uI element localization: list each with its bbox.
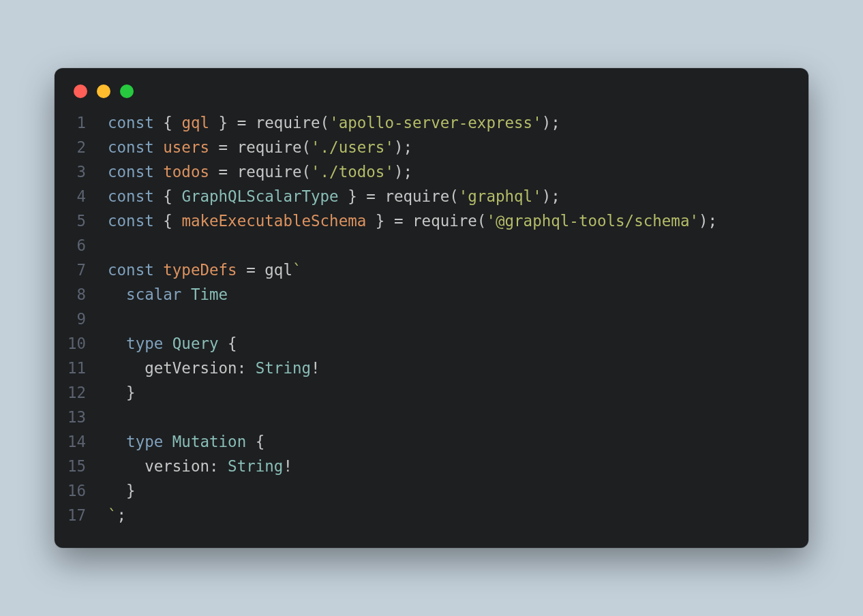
code-content[interactable]: const typeDefs = gql`	[98, 258, 301, 282]
token-punc: );	[394, 163, 412, 181]
token-prop: todos	[163, 163, 209, 181]
code-content[interactable]: `;	[98, 503, 126, 527]
code-content[interactable]: const { GraphQLScalarType } = require('g…	[98, 184, 560, 209]
code-line: 4const { GraphQLScalarType } = require('…	[55, 184, 808, 209]
line-number: 13	[55, 405, 98, 429]
line-number: 11	[55, 356, 98, 380]
token-op: =	[366, 187, 376, 205]
code-content[interactable]: version: String!	[98, 454, 292, 478]
line-number: 6	[55, 233, 98, 258]
token-punc: {	[219, 335, 237, 352]
token-punc: );	[394, 138, 412, 156]
token-type: Mutation	[172, 433, 246, 450]
code-line: 2const users = require('./users');	[55, 135, 808, 159]
token-punc	[108, 335, 126, 352]
token-type: Time	[191, 286, 228, 303]
code-content[interactable]: const todos = require('./todos');	[98, 159, 412, 184]
token-punc: }	[339, 187, 367, 205]
token-kw: type	[126, 335, 172, 352]
code-line: 11 getVersion: String!	[55, 356, 808, 380]
line-number: 3	[55, 159, 98, 184]
token-field: version	[108, 457, 209, 475]
line-number: 5	[55, 209, 98, 233]
token-prop: gql	[181, 114, 209, 132]
token-punc: :	[237, 359, 256, 377]
token-punc: ;	[117, 506, 127, 524]
token-str: `	[108, 506, 117, 524]
code-content[interactable]: const { makeExecutableSchema } = require…	[98, 209, 717, 233]
token-punc	[209, 138, 219, 156]
token-func: gql	[256, 261, 292, 279]
code-content[interactable]	[98, 307, 117, 331]
token-op: =	[219, 163, 228, 181]
token-punc: }	[108, 482, 136, 499]
token-op: =	[394, 212, 404, 230]
token-type: String	[228, 457, 283, 475]
token-punc: {	[163, 212, 181, 230]
code-content[interactable]: const { gql } = require('apollo-server-e…	[98, 110, 560, 135]
token-kw: type	[126, 433, 172, 450]
token-op: =	[246, 261, 256, 279]
code-content[interactable]: }	[98, 380, 136, 405]
line-number: 10	[55, 331, 98, 356]
token-kw: const	[108, 187, 163, 205]
code-content[interactable]: type Query {	[98, 331, 237, 356]
token-punc: );	[699, 212, 717, 230]
minimize-icon[interactable]	[97, 84, 110, 98]
token-type: GraphQLScalarType	[181, 187, 338, 205]
token-punc: :	[209, 457, 228, 475]
line-number: 7	[55, 258, 98, 282]
code-line: 14 type Mutation {	[55, 429, 808, 454]
code-window: 1const { gql } = require('apollo-server-…	[55, 68, 808, 548]
code-content[interactable]: getVersion: String!	[98, 356, 320, 380]
token-op: =	[237, 114, 247, 132]
token-punc: }	[108, 384, 136, 401]
line-number: 8	[55, 282, 98, 307]
token-punc: );	[542, 114, 560, 132]
token-str: 'graphql'	[459, 187, 542, 205]
code-content[interactable]: type Mutation {	[98, 429, 264, 454]
token-kw: const	[108, 212, 163, 230]
code-content[interactable]: scalar Time	[98, 282, 228, 307]
code-content[interactable]: }	[98, 478, 136, 503]
window-titlebar	[55, 68, 808, 105]
line-number: 2	[55, 135, 98, 159]
token-punc: }	[209, 114, 237, 132]
line-number: 17	[55, 503, 98, 527]
line-number: 1	[55, 110, 98, 135]
line-number: 16	[55, 478, 98, 503]
token-str: './todos'	[311, 163, 394, 181]
token-str: `	[292, 261, 302, 279]
maximize-icon[interactable]	[120, 84, 134, 98]
code-line: 10 type Query {	[55, 331, 808, 356]
code-line: 15 version: String!	[55, 454, 808, 478]
code-line: 17`;	[55, 503, 808, 527]
token-op: =	[219, 138, 228, 156]
token-kw: const	[108, 261, 163, 279]
line-number: 15	[55, 454, 98, 478]
code-line: 1const { gql } = require('apollo-server-…	[55, 110, 808, 135]
code-content[interactable]	[98, 233, 117, 258]
token-str: '@graphql-tools/schema'	[486, 212, 699, 230]
code-content[interactable]	[98, 405, 117, 429]
token-func: require(	[404, 212, 487, 230]
code-content[interactable]: const users = require('./users');	[98, 135, 412, 159]
token-kw: const	[108, 114, 163, 132]
code-editor[interactable]: 1const { gql } = require('apollo-server-…	[55, 105, 808, 548]
token-punc: !	[283, 457, 292, 475]
token-field: getVersion	[108, 359, 237, 377]
token-punc: {	[163, 187, 181, 205]
code-line: 8 scalar Time	[55, 282, 808, 307]
token-func: require(	[228, 138, 311, 156]
token-func: require(	[228, 163, 311, 181]
line-number: 9	[55, 307, 98, 331]
line-number: 4	[55, 184, 98, 209]
code-line: 12 }	[55, 380, 808, 405]
code-line: 13	[55, 405, 808, 429]
token-punc: !	[311, 359, 320, 377]
token-prop: makeExecutableSchema	[181, 212, 366, 230]
token-str: 'apollo-server-express'	[329, 114, 542, 132]
token-prop: typeDefs	[163, 261, 237, 279]
token-punc	[108, 286, 126, 303]
close-icon[interactable]	[74, 84, 87, 98]
